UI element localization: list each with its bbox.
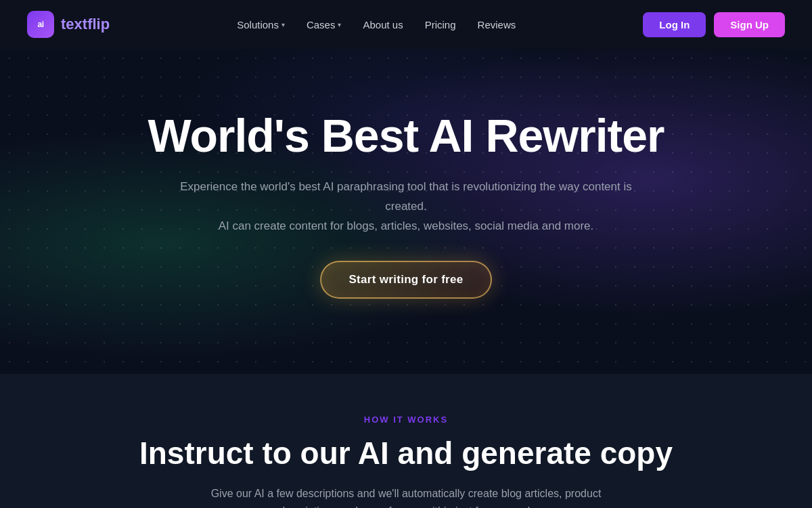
logo-text: textflip (61, 16, 110, 33)
header-actions: Log In Sign Up (643, 12, 785, 37)
hero-content: World's Best AI Rewriter Experience the … (148, 110, 664, 298)
nav-item-solutions[interactable]: Solutions ▾ (237, 19, 285, 30)
nav-item-reviews[interactable]: Reviews (478, 19, 516, 30)
nav-item-cases[interactable]: Cases ▾ (307, 19, 342, 30)
chevron-down-icon: ▾ (338, 21, 341, 28)
hero-section: World's Best AI Rewriter Experience the … (0, 49, 812, 374)
cta-button[interactable]: Start writing for free (320, 261, 491, 299)
hero-title: World's Best AI Rewriter (148, 110, 664, 161)
hero-subtitle: Experience the world's best AI paraphras… (169, 177, 643, 236)
chevron-down-icon: ▾ (281, 21, 285, 28)
section-subtitle: Give our AI a few descriptions and we'll… (196, 485, 616, 508)
login-button[interactable]: Log In (643, 12, 706, 37)
section-title: Instruct to our AI and generate copy (27, 436, 785, 471)
header: ai textflip Solutions ▾ Cases ▾ About us… (0, 0, 812, 49)
main-nav: Solutions ▾ Cases ▾ About us Pricing Rev… (237, 19, 516, 30)
how-it-works-section: HOW IT WORKS Instruct to our AI and gene… (0, 374, 812, 508)
nav-item-pricing[interactable]: Pricing (425, 19, 456, 30)
section-label: HOW IT WORKS (27, 415, 785, 425)
logo[interactable]: ai textflip (27, 11, 110, 38)
nav-item-about[interactable]: About us (363, 19, 403, 30)
logo-icon: ai (27, 11, 54, 38)
signup-button[interactable]: Sign Up (714, 12, 785, 37)
